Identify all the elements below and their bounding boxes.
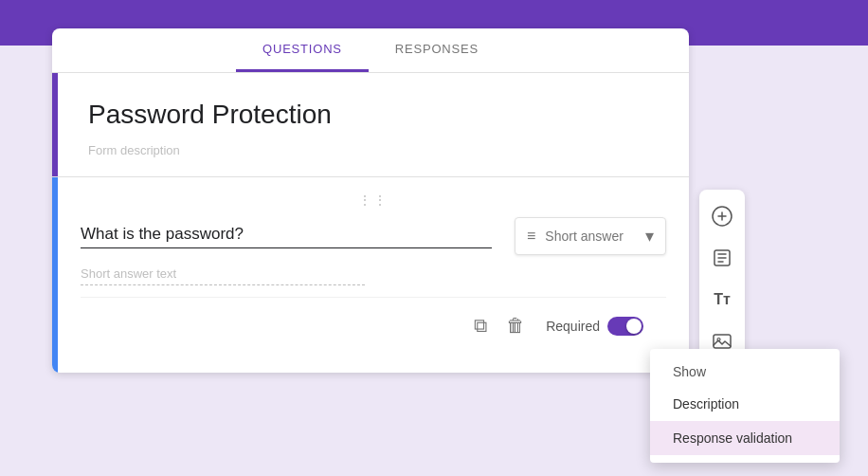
required-toggle-container: [607, 317, 643, 336]
dropdown-arrow-icon: ▾: [645, 226, 654, 247]
short-answer-icon: ≡: [527, 228, 535, 245]
form-title: Password Protection: [88, 100, 659, 130]
import-questions-button[interactable]: [703, 239, 741, 277]
question-row: What is the password? ≡ Short answer ▾: [81, 217, 666, 255]
context-menu-description[interactable]: Description: [650, 387, 840, 421]
svg-rect-2: [714, 335, 731, 348]
context-menu-response-validation[interactable]: Response validation: [650, 421, 840, 455]
title-icon: Tт: [714, 291, 731, 308]
required-label: Required: [546, 319, 600, 334]
copy-button[interactable]: ⧉: [468, 309, 493, 342]
add-title-button[interactable]: Tт: [703, 281, 741, 319]
add-icon: [711, 205, 733, 228]
tab-questions[interactable]: QUESTIONS: [236, 28, 369, 72]
form-description-placeholder[interactable]: Form description: [88, 143, 659, 157]
drag-handle: ⋮⋮: [81, 192, 666, 208]
import-icon: [711, 247, 733, 269]
required-toggle[interactable]: [607, 317, 643, 336]
question-card: ⋮⋮ What is the password? ≡ Short answer …: [52, 177, 689, 373]
answer-type-label: Short answer: [545, 229, 623, 244]
type-dropdown[interactable]: ≡ Short answer ▾: [515, 217, 666, 255]
main-card: QUESTIONS RESPONSES Password Protection …: [52, 28, 689, 373]
delete-button[interactable]: 🗑: [500, 309, 531, 342]
type-dropdown-left: ≡ Short answer: [527, 228, 624, 245]
right-toolbar: Tт: [699, 190, 745, 368]
form-header: Password Protection Form description: [52, 73, 689, 176]
context-menu-header: Show: [650, 357, 840, 387]
context-menu: Show Description Response validation: [650, 349, 840, 463]
tabs-row: QUESTIONS RESPONSES: [52, 28, 689, 73]
answer-placeholder: Short answer text: [81, 266, 365, 285]
question-footer: ⧉ 🗑 Required: [81, 297, 666, 354]
question-text[interactable]: What is the password?: [81, 225, 492, 248]
tab-responses[interactable]: RESPONSES: [369, 28, 505, 72]
add-question-button[interactable]: [703, 197, 741, 235]
